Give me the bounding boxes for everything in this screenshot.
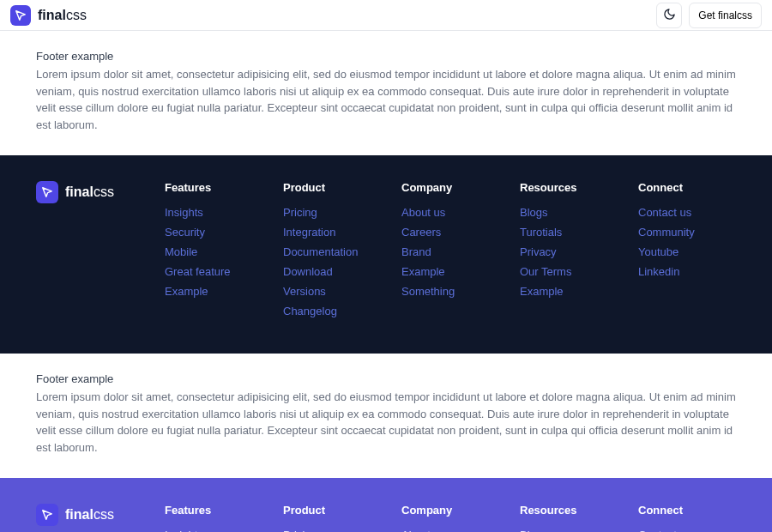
footer-link[interactable]: Changelog [283, 305, 381, 317]
footer-col-title: Company [401, 504, 499, 517]
top-actions: Get finalcss [656, 3, 762, 28]
footer-link[interactable]: Example [401, 265, 499, 278]
footer-link[interactable]: Linkedin [638, 265, 736, 278]
footer-link[interactable]: Something [401, 285, 499, 298]
footer-link[interactable]: Community [638, 226, 736, 239]
theme-toggle[interactable] [656, 3, 682, 28]
footer-link[interactable]: Careers [401, 226, 499, 239]
footer-link[interactable]: Documentation [283, 245, 381, 258]
footer-columns: FeaturesInsightsSecurityMobileGreat feat… [165, 504, 736, 532]
footer-link[interactable]: Contact us [638, 206, 736, 219]
footer-logo: finalcss [36, 504, 130, 532]
footer-link[interactable]: Great feature [165, 265, 262, 278]
footer-link[interactable]: Pricing [283, 529, 381, 532]
get-finalcss-button[interactable]: Get finalcss [689, 3, 762, 28]
footer-link[interactable]: Blogs [520, 529, 618, 532]
footer-link[interactable]: Brand [401, 245, 499, 258]
footer-link[interactable]: Versions [283, 285, 381, 298]
footer-col-resources: ResourcesBlogsTurotialsPrivacyOur TermsE… [520, 181, 618, 324]
footer-link[interactable]: Privacy [520, 245, 618, 258]
example-title: Footer example [36, 372, 736, 385]
footer-link[interactable]: Integration [283, 226, 381, 239]
footer-link[interactable]: Youtube [638, 245, 736, 258]
footer-link[interactable]: Example [165, 285, 262, 298]
example-block-1: Footer example Lorem ipsum dolor sit ame… [0, 31, 772, 155]
footer-col-title: Features [165, 181, 262, 194]
brand-text: finalcss [38, 8, 87, 23]
example-body: Lorem ipsum dolor sit amet, consectetur … [36, 389, 736, 456]
topbar: finalcss Get finalcss [0, 0, 772, 31]
footer-col-product: ProductPricingIntegrationDocumentationDo… [283, 181, 381, 324]
footer-col-title: Resources [520, 181, 618, 194]
moon-icon [663, 8, 676, 23]
footer-col-title: Features [165, 504, 262, 517]
footer-dark: finalcss FeaturesInsightsSecurityMobileG… [0, 155, 772, 354]
footer-purple: finalcss FeaturesInsightsSecurityMobileG… [0, 478, 772, 532]
example-block-2: Footer example Lorem ipsum dolor sit ame… [0, 354, 772, 478]
footer-col-title: Product [283, 504, 381, 517]
footer-link[interactable]: About us [401, 529, 499, 532]
footer-link[interactable]: Mobile [165, 245, 262, 258]
footer-link[interactable]: Blogs [520, 206, 618, 219]
footer-logo: finalcss [36, 181, 130, 324]
footer-link[interactable]: Insights [165, 206, 262, 219]
footer-col-company: CompanyAbout usCareersBrandExampleSometh… [401, 504, 499, 532]
footer-col-features: FeaturesInsightsSecurityMobileGreat feat… [165, 504, 262, 532]
footer-col-title: Connect [638, 181, 736, 194]
brand-text: finalcss [65, 184, 114, 200]
footer-col-product: ProductPricingIntegrationDocumentationDo… [283, 504, 381, 532]
footer-col-connect: ConnectContact usCommunityYoutubeLinkedi… [638, 504, 736, 532]
footer-link[interactable]: Example [520, 285, 618, 298]
footer-link[interactable]: Our Terms [520, 265, 618, 278]
footer-columns: FeaturesInsightsSecurityMobileGreat feat… [165, 181, 736, 324]
footer-link[interactable]: Security [165, 226, 262, 239]
footer-col-title: Connect [638, 504, 736, 517]
example-body: Lorem ipsum dolor sit amet, consectetur … [36, 66, 736, 133]
brand[interactable]: finalcss [10, 5, 87, 26]
footer-link[interactable]: Download [283, 265, 381, 278]
footer-col-title: Company [401, 181, 499, 194]
footer-link[interactable]: Insights [165, 529, 262, 532]
logo-icon [10, 5, 31, 26]
footer-link[interactable]: Pricing [283, 206, 381, 219]
footer-link[interactable]: About us [401, 206, 499, 219]
logo-icon [36, 181, 58, 203]
logo-icon [36, 504, 58, 526]
example-title: Footer example [36, 50, 736, 63]
footer-col-resources: ResourcesBlogsTurotialsPrivacyOur TermsE… [520, 504, 618, 532]
footer-link[interactable]: Contact us [638, 529, 736, 532]
footer-link[interactable]: Turotials [520, 226, 618, 239]
footer-col-title: Product [283, 181, 381, 194]
footer-col-title: Resources [520, 504, 618, 517]
brand-text: finalcss [65, 507, 114, 523]
footer-col-company: CompanyAbout usCareersBrandExampleSometh… [401, 181, 499, 324]
footer-col-features: FeaturesInsightsSecurityMobileGreat feat… [165, 181, 262, 324]
footer-col-connect: ConnectContact usCommunityYoutubeLinkedi… [638, 181, 736, 324]
